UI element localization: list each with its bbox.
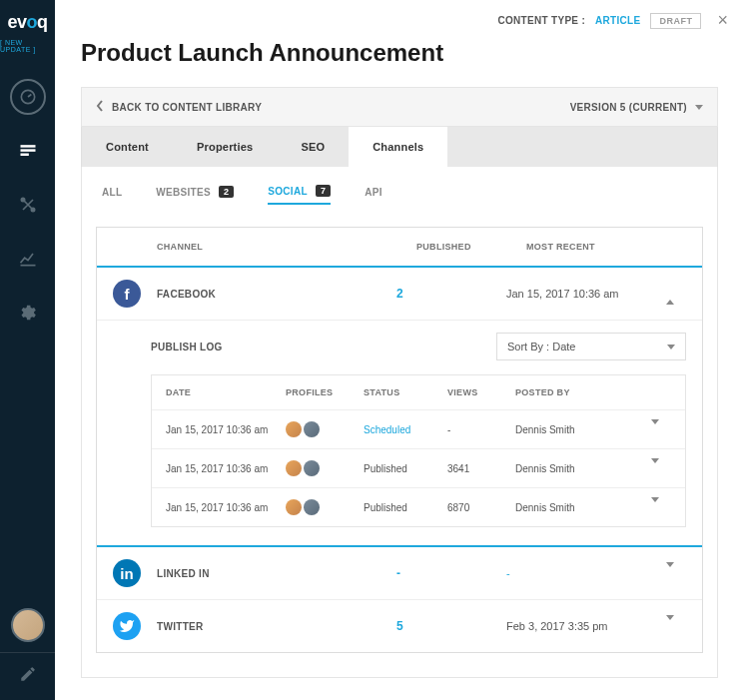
nav-settings[interactable] <box>10 295 46 331</box>
page-title: Product Launch Announcement <box>55 39 744 87</box>
draft-badge: DRAFT <box>650 13 701 29</box>
subtab-all[interactable]: ALL <box>102 185 122 205</box>
subtab-social[interactable]: SOCIAL7 <box>268 185 331 205</box>
linkedin-icon: in <box>113 559 141 587</box>
tab-content[interactable]: Content <box>82 127 173 167</box>
sidebar: evoq [ NEW UPDATE ] <box>0 0 55 700</box>
websites-count: 2 <box>219 186 234 198</box>
nav-dashboard[interactable] <box>10 79 46 115</box>
nav-edit[interactable] <box>0 652 55 688</box>
channel-row-twitter[interactable]: TWITTER 5 Feb 3, 2017 3:35 pm <box>97 600 702 652</box>
row-menu-icon[interactable] <box>651 458 659 474</box>
svg-point-5 <box>31 208 34 211</box>
svg-rect-3 <box>20 154 28 157</box>
tab-channels[interactable]: Channels <box>349 127 447 167</box>
log-row: Jan 15, 2017 10:36 am Published 6870 Den… <box>152 488 685 526</box>
profile-avatars <box>286 499 364 515</box>
channels-table: CHANNEL PUBLISHED MOST RECENT f FACEBOOK… <box>96 227 703 653</box>
profile-avatars <box>286 421 364 437</box>
channels-header: CHANNEL PUBLISHED MOST RECENT <box>97 228 702 268</box>
log-header: DATE PROFILES STATUS VIEWS POSTED BY <box>152 375 685 410</box>
publish-log-title: PUBLISH LOG <box>151 342 223 352</box>
tab-properties[interactable]: Properties <box>173 127 277 167</box>
row-menu-icon[interactable] <box>651 497 659 513</box>
channels-panel: ALL WEBSITES2 SOCIAL7 API CHANNEL PUBLIS… <box>81 167 718 678</box>
caret-up-icon <box>666 288 674 305</box>
subtab-websites[interactable]: WEBSITES2 <box>156 185 234 205</box>
svg-rect-1 <box>20 145 35 148</box>
svg-point-4 <box>21 198 24 201</box>
log-row: Jan 15, 2017 10:36 am Published 3641 Den… <box>152 449 685 488</box>
close-icon[interactable]: × <box>717 10 728 31</box>
publish-log-table: DATE PROFILES STATUS VIEWS POSTED BY Jan… <box>151 374 686 527</box>
channel-row-linkedin[interactable]: in LINKED IN - - <box>97 547 702 600</box>
sort-selector[interactable]: Sort By : Date <box>496 333 686 360</box>
facebook-publish-log: PUBLISH LOG Sort By : Date DATE PROFILES… <box>97 321 702 547</box>
svg-rect-2 <box>20 149 35 152</box>
tab-seo[interactable]: SEO <box>277 127 349 167</box>
log-row: Jan 15, 2017 10:36 am Scheduled - Dennis… <box>152 410 685 449</box>
back-to-library[interactable]: BACK TO CONTENT LIBRARY <box>96 100 262 114</box>
header-row: BACK TO CONTENT LIBRARY VERSION 5 (CURRE… <box>81 87 718 127</box>
version-selector[interactable]: VERSION 5 (CURRENT) <box>570 102 703 113</box>
user-avatar[interactable] <box>11 608 45 642</box>
social-count: 7 <box>316 185 331 197</box>
facebook-icon: f <box>113 280 141 308</box>
caret-down-icon <box>666 615 674 632</box>
subtab-api[interactable]: API <box>365 185 382 205</box>
nav-tools[interactable] <box>10 187 46 223</box>
profile-avatars <box>286 460 364 476</box>
chevron-left-icon <box>96 100 104 114</box>
caret-down-icon <box>666 562 674 579</box>
subtabs: ALL WEBSITES2 SOCIAL7 API <box>96 185 703 205</box>
main: CONTENT TYPE : ARTICLE DRAFT × Product L… <box>55 0 744 700</box>
nav-content[interactable] <box>10 133 46 169</box>
tabs: Content Properties SEO Channels <box>81 127 718 167</box>
new-update-label[interactable]: [ NEW UPDATE ] <box>0 39 55 53</box>
top-bar: CONTENT TYPE : ARTICLE DRAFT × <box>55 0 744 39</box>
channel-row-facebook[interactable]: f FACEBOOK 2 Jan 15, 2017 10:36 am <box>97 268 702 321</box>
content-type-value[interactable]: ARTICLE <box>595 15 640 26</box>
nav-analytics[interactable] <box>10 241 46 277</box>
caret-down-icon <box>695 105 703 110</box>
row-menu-icon[interactable] <box>651 419 659 435</box>
content-type-label: CONTENT TYPE : <box>498 15 586 26</box>
logo: evoq <box>7 12 47 33</box>
twitter-icon <box>113 612 141 640</box>
caret-down-icon <box>667 345 675 350</box>
